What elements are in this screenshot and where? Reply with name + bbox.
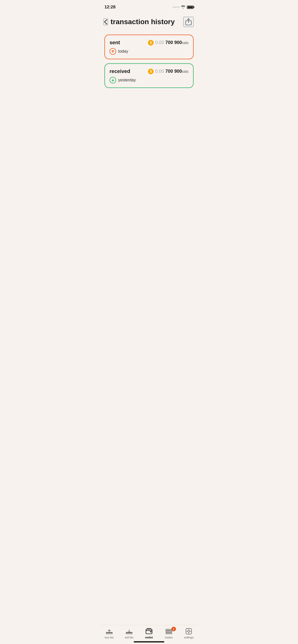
received-direction-icon — [110, 77, 116, 83]
amount-main-sent: 700 900 — [165, 40, 182, 45]
sent-direction-icon — [110, 48, 116, 55]
tx-date-received: yesterday — [118, 78, 136, 82]
page-title: transaction history — [111, 18, 175, 26]
amount-dim-sent: 0.00 — [155, 40, 164, 45]
btc-icon-received: ₿ — [148, 69, 154, 74]
card-top-sent: sent ₿ 0.00 700 900sats — [110, 40, 188, 46]
tx-type-sent: sent — [110, 40, 120, 46]
status-time: 12:28 — [104, 5, 115, 10]
tx-type-received: received — [110, 68, 130, 74]
amount-dim-received: 0.00 — [155, 69, 164, 74]
share-icon — [185, 18, 192, 25]
transaction-card-sent[interactable]: sent ₿ 0.00 700 900sats today — [104, 35, 194, 59]
card-bottom-received: yesterday — [110, 77, 188, 83]
back-button[interactable] — [103, 19, 108, 25]
tx-amount-received: ₿ 0.00 700 900sats — [148, 69, 188, 74]
status-bar: 12:28 — [99, 0, 199, 13]
amount-text-sent: 0.00 700 900sats — [155, 40, 188, 45]
status-icons — [173, 5, 194, 9]
card-bottom-sent: today — [110, 48, 188, 55]
tx-date-sent: today — [118, 49, 128, 54]
card-top-received: received ₿ 0.00 700 900sats — [110, 68, 188, 74]
amount-text-received: 0.00 700 900sats — [155, 69, 188, 74]
amount-unit-received: sats — [182, 69, 188, 74]
amount-main-received: 700 900 — [165, 69, 182, 74]
header: transaction history — [99, 13, 199, 32]
btc-icon-sent: ₿ — [148, 40, 154, 46]
signal-icon — [173, 7, 179, 8]
wifi-icon — [181, 5, 185, 9]
share-button[interactable] — [183, 17, 194, 27]
header-left: transaction history — [103, 18, 175, 26]
transaction-card-received[interactable]: received ₿ 0.00 700 900sats yesterday — [104, 63, 194, 88]
amount-unit-sent: sats — [182, 41, 188, 45]
battery-icon — [187, 6, 194, 9]
transactions-list: sent ₿ 0.00 700 900sats today received ₿ — [99, 32, 199, 93]
tx-amount-sent: ₿ 0.00 700 900sats — [148, 40, 188, 46]
